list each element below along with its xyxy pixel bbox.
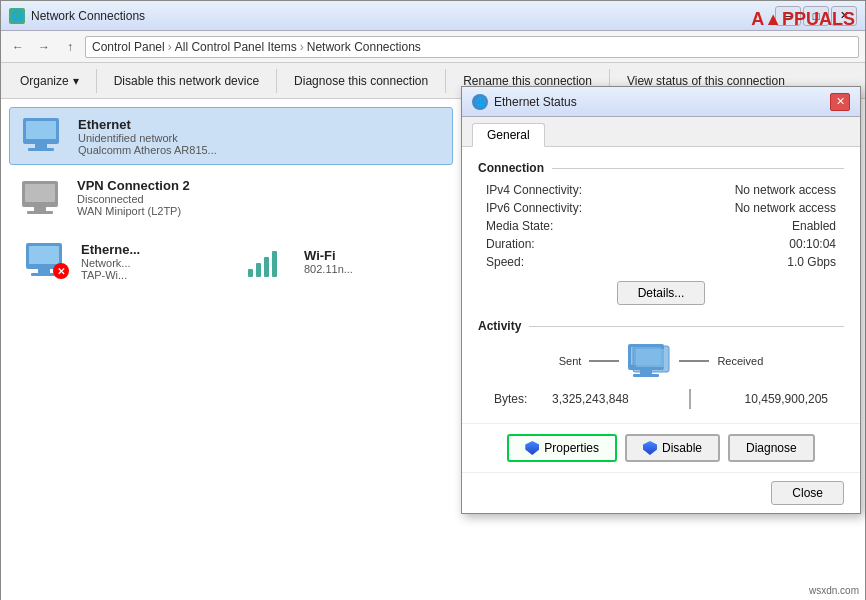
ethernet-sub2: Qualcomm Atheros AR815... bbox=[78, 144, 442, 156]
vpn-icon bbox=[19, 177, 67, 217]
disable-network-label: Disable this network device bbox=[114, 74, 259, 88]
diagnose-label: Diagnose this connection bbox=[294, 74, 428, 88]
svg-rect-6 bbox=[34, 207, 46, 211]
activity-icons: Sent bbox=[478, 343, 844, 379]
organize-chevron: ▾ bbox=[73, 74, 79, 88]
bytes-divider bbox=[689, 389, 691, 409]
dialog-action-buttons: Properties Disable Diagnose bbox=[462, 423, 860, 472]
duration-label: Duration: bbox=[486, 237, 656, 251]
ipv6-value: No network access bbox=[666, 201, 836, 215]
svg-rect-14 bbox=[264, 257, 269, 277]
media-label: Media State: bbox=[486, 219, 656, 233]
network-item-ethernet[interactable]: Ethernet Unidentified network Qualcomm A… bbox=[9, 107, 453, 165]
toolbar-divider-2 bbox=[276, 69, 277, 93]
details-btn-label: Details... bbox=[638, 286, 685, 300]
ethernet2-icon: ✕ bbox=[23, 241, 71, 281]
disable-network-button[interactable]: Disable this network device bbox=[103, 67, 270, 95]
bytes-label: Bytes: bbox=[494, 392, 544, 406]
watermark-text: A▲PPUALS bbox=[751, 9, 855, 29]
svg-rect-1 bbox=[26, 121, 56, 139]
error-badge: ✕ bbox=[53, 263, 69, 279]
diagnose-button[interactable]: Diagnose this connection bbox=[283, 67, 439, 95]
network-list: Ethernet Unidentified network Qualcomm A… bbox=[1, 99, 461, 600]
svg-rect-13 bbox=[256, 263, 261, 277]
bytes-row: Bytes: 3,325,243,848 10,459,900,205 bbox=[478, 389, 844, 409]
ethernet-name: Ethernet bbox=[78, 117, 442, 132]
tab-general[interactable]: General bbox=[472, 123, 545, 147]
dialog-title-bar: 🌐 Ethernet Status ✕ bbox=[462, 87, 860, 117]
vpn-name: VPN Connection 2 bbox=[77, 178, 443, 193]
back-button[interactable]: ← bbox=[7, 36, 29, 58]
sent-label: Sent bbox=[559, 355, 582, 367]
shield-icon bbox=[525, 441, 539, 455]
close-btn-label: Close bbox=[792, 486, 823, 500]
ethernet2-info: Etherne... Network... TAP-Wi... bbox=[81, 242, 216, 281]
connection-section-header: Connection bbox=[478, 161, 844, 175]
svg-rect-2 bbox=[35, 144, 47, 148]
toolbar-divider-3 bbox=[445, 69, 446, 93]
main-window: 🌐 Network Connections ─ □ ✕ ← → ↑ Contro… bbox=[0, 0, 866, 600]
ethernet2-sub1: Network... bbox=[81, 257, 216, 269]
disable-button[interactable]: Disable bbox=[625, 434, 720, 462]
up-button[interactable]: ↑ bbox=[59, 36, 81, 58]
ipv4-label: IPv4 Connectivity: bbox=[486, 183, 656, 197]
network-item-wifi[interactable]: Wi-Fi 802.11n... bbox=[236, 233, 449, 289]
address-bar: ← → ↑ Control Panel › All Control Panel … bbox=[1, 31, 865, 63]
wifi-info: Wi-Fi 802.11n... bbox=[304, 248, 439, 275]
duration-value: 00:10:04 bbox=[666, 237, 836, 251]
appuals-watermark: A▲PPUALS bbox=[751, 9, 855, 30]
dialog-title: Ethernet Status bbox=[494, 95, 830, 109]
speed-label: Speed: bbox=[486, 255, 656, 269]
organize-label: Organize bbox=[20, 74, 69, 88]
vpn-info: VPN Connection 2 Disconnected WAN Minipo… bbox=[77, 178, 443, 217]
activity-section: Activity Sent bbox=[478, 319, 844, 409]
bytes-received-value: 10,459,900,205 bbox=[699, 392, 828, 406]
speed-value: 1.0 Gbps bbox=[666, 255, 836, 269]
ipv6-label: IPv6 Connectivity: bbox=[486, 201, 656, 215]
ethernet2-name: Etherne... bbox=[81, 242, 216, 257]
svg-rect-19 bbox=[633, 374, 659, 377]
tab-general-label: General bbox=[487, 128, 530, 142]
dialog-icon: 🌐 bbox=[472, 94, 488, 110]
ethernet-info: Ethernet Unidentified network Qualcomm A… bbox=[78, 117, 442, 156]
network-item-ethernet2[interactable]: ✕ Etherne... Network... TAP-Wi... bbox=[13, 233, 226, 289]
bytes-sent-value: 3,325,243,848 bbox=[552, 392, 681, 406]
diagnose-dialog-button[interactable]: Diagnose bbox=[728, 434, 815, 462]
connection-info-grid: IPv4 Connectivity: No network access IPv… bbox=[478, 183, 844, 269]
wsxdn-text: wsxdn.com bbox=[809, 585, 859, 596]
organize-button[interactable]: Organize ▾ bbox=[9, 67, 90, 95]
wifi-icon bbox=[246, 241, 294, 281]
svg-rect-15 bbox=[272, 251, 277, 277]
forward-button[interactable]: → bbox=[33, 36, 55, 58]
properties-button[interactable]: Properties bbox=[507, 434, 617, 462]
title-bar: 🌐 Network Connections ─ □ ✕ bbox=[1, 1, 865, 31]
path-network-connections[interactable]: Network Connections bbox=[307, 40, 421, 54]
ethernet-sub1: Unidentified network bbox=[78, 132, 442, 144]
path-control-panel[interactable]: Control Panel bbox=[92, 40, 165, 54]
toolbar-divider-1 bbox=[96, 69, 97, 93]
wsxdn-watermark: wsxdn.com bbox=[805, 584, 863, 597]
path-all-items[interactable]: All Control Panel Items bbox=[175, 40, 297, 54]
ethernet-status-dialog: 🌐 Ethernet Status ✕ General Connection I… bbox=[461, 86, 861, 514]
diagnose-dialog-label: Diagnose bbox=[746, 441, 797, 455]
window-icon: 🌐 bbox=[9, 8, 25, 24]
vpn-sub2: WAN Miniport (L2TP) bbox=[77, 205, 443, 217]
sent-line bbox=[589, 360, 619, 362]
network-item-vpn[interactable]: VPN Connection 2 Disconnected WAN Minipo… bbox=[9, 169, 453, 225]
dialog-close-button[interactable]: ✕ bbox=[830, 93, 850, 111]
svg-rect-3 bbox=[28, 148, 54, 151]
svg-rect-10 bbox=[38, 269, 50, 273]
svg-rect-9 bbox=[29, 246, 59, 264]
svg-rect-12 bbox=[248, 269, 253, 277]
network-device-icon bbox=[627, 343, 671, 379]
dialog-close-btn[interactable]: Close bbox=[771, 481, 844, 505]
wifi-name: Wi-Fi bbox=[304, 248, 439, 263]
activity-section-header: Activity bbox=[478, 319, 844, 333]
svg-rect-21 bbox=[636, 349, 666, 367]
vpn-sub1: Disconnected bbox=[77, 193, 443, 205]
received-label: Received bbox=[717, 355, 763, 367]
address-path[interactable]: Control Panel › All Control Panel Items … bbox=[85, 36, 859, 58]
details-button[interactable]: Details... bbox=[617, 281, 706, 305]
ethernet-icon bbox=[20, 116, 68, 156]
media-value: Enabled bbox=[666, 219, 836, 233]
